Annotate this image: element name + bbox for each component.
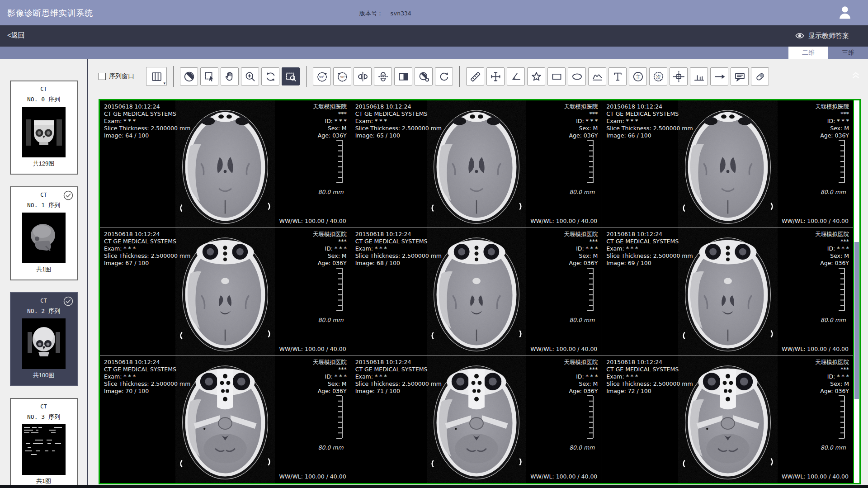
rotate-90-ccw-button[interactable]: 90° — [313, 67, 331, 85]
overlay-sex: Sex: M — [815, 380, 849, 388]
scale-block: 80.0 mm — [569, 268, 594, 323]
tab-3d[interactable]: 三维 — [828, 47, 868, 59]
profile-button[interactable] — [690, 67, 708, 85]
show-teacher-answer-button[interactable]: 显示教师答案 — [795, 31, 849, 41]
overlay-age: Age: 036Y — [815, 132, 849, 139]
scale-ruler — [838, 268, 846, 311]
collapse-toolbar-icon[interactable] — [850, 69, 862, 82]
cross-button[interactable] — [486, 67, 505, 85]
series-card-0[interactable]: CTNO. 0 序列共129图 — [10, 81, 78, 175]
overlay-wwwl: WW/WL: 100.00 / 40.00 — [782, 218, 849, 224]
rotate-3d-button[interactable] — [261, 67, 279, 85]
grid-scrollbar[interactable] — [853, 100, 859, 483]
overlay-image-number: Image: 70 / 100 — [104, 388, 190, 395]
series-card-2[interactable]: CTNO. 2 序列共100图 — [10, 292, 78, 386]
window-level-button[interactable] — [180, 67, 198, 85]
overlay-top-left: 20150618 10:12:24 CT GE MEDICAL SYSTEMS … — [104, 231, 190, 267]
rectangle-button[interactable] — [547, 67, 566, 85]
version-info: 版本号： svn334 — [359, 9, 411, 18]
overlay-exam: Exam: * * * — [606, 373, 693, 380]
grid-scrollbar-thumb[interactable] — [854, 242, 859, 399]
overlay-stars: *** — [815, 366, 849, 373]
viewport-cell-0[interactable]: 20150618 10:12:24 CT GE MEDICAL SYSTEMS … — [100, 100, 351, 227]
overlay-exam: Exam: * * * — [355, 118, 442, 125]
flip-horizontal-button[interactable] — [354, 67, 372, 85]
overlay-top-right: 天堰模拟医院 *** ID: * * * Sex: M Age: 036Y — [313, 231, 347, 267]
overlay-top-right: 天堰模拟医院 *** ID: * * * Sex: M Age: 036Y — [815, 359, 849, 395]
tab-2d[interactable]: 二维 — [788, 47, 828, 59]
back-button[interactable]: <返回 — [7, 31, 25, 40]
overlay-exam: Exam: * * * — [104, 373, 190, 380]
viewport-cell-4[interactable]: 20150618 10:12:24 CT GE MEDICAL SYSTEMS … — [351, 228, 602, 355]
overlay-device: CT GE MEDICAL SYSTEMS — [355, 110, 442, 118]
series-count: 共129图 — [11, 160, 77, 168]
select-icon — [203, 71, 216, 83]
viewport-cell-7[interactable]: 20150618 10:12:24 CT GE MEDICAL SYSTEMS … — [351, 356, 602, 483]
arrow-button[interactable] — [710, 67, 728, 85]
overlay-datetime: 20150618 10:12:24 — [104, 231, 190, 238]
overlay-top-right: 天堰模拟医院 *** ID: * * * Sex: M Age: 036Y — [313, 103, 347, 139]
overlay-thickness: Slice Thickness: 2.500000 mm — [606, 380, 693, 388]
text-button[interactable] — [609, 67, 627, 85]
viewport-cell-3[interactable]: 20150618 10:12:24 CT GE MEDICAL SYSTEMS … — [100, 228, 351, 355]
polygon-button[interactable] — [527, 67, 545, 85]
series-count: 共1图 — [11, 477, 77, 485]
overlay-thickness: Slice Thickness: 2.500000 mm — [104, 252, 190, 260]
roi-button[interactable] — [670, 67, 688, 85]
series-card-1[interactable]: CTNO. 1 序列共1图 — [10, 186, 78, 280]
series-thumbnail — [22, 107, 66, 157]
ruler-icon — [469, 71, 481, 83]
overlay-image-number: Image: 67 / 100 — [104, 260, 190, 267]
ruler-button[interactable] — [466, 67, 484, 85]
viewport-cell-6[interactable]: 20150618 10:12:24 CT GE MEDICAL SYSTEMS … — [100, 356, 351, 483]
overlay-stars: *** — [313, 110, 347, 118]
comment-button[interactable] — [731, 67, 749, 85]
user-avatar-icon[interactable] — [836, 4, 854, 21]
curve-button[interactable] — [588, 67, 606, 85]
zoom-region-button[interactable] — [282, 67, 300, 85]
invert-button[interactable] — [394, 67, 412, 85]
ellipse-button[interactable] — [568, 67, 586, 85]
select-button[interactable] — [200, 67, 218, 85]
viewport-cell-1[interactable]: 20150618 10:12:24 CT GE MEDICAL SYSTEMS … — [351, 100, 602, 227]
layout-columns-button[interactable]: ▾ — [146, 67, 167, 86]
overlay-stars: *** — [815, 238, 849, 245]
overlay-hospital: 天堰模拟医院 — [313, 103, 347, 110]
viewport-cell-2[interactable]: 20150618 10:12:24 CT GE MEDICAL SYSTEMS … — [602, 100, 853, 227]
viewport-cell-8[interactable]: 20150618 10:12:24 CT GE MEDICAL SYSTEMS … — [602, 356, 853, 483]
scale-block: 80.0 mm — [569, 140, 594, 195]
angle-button[interactable] — [507, 67, 525, 85]
version-value: svn334 — [390, 10, 411, 17]
flip-vertical-button[interactable] — [374, 67, 392, 85]
series-window-toggle[interactable]: 序列窗口 — [99, 72, 134, 81]
zoom-region-icon — [285, 71, 297, 83]
series-window-checkbox[interactable] — [99, 73, 106, 80]
bottom-bar — [0, 485, 868, 488]
main-window-button[interactable]: 主 — [629, 67, 647, 85]
overlay-device: CT GE MEDICAL SYSTEMS — [104, 238, 190, 245]
scale-ruler — [586, 268, 594, 311]
svg-text:次: 次 — [656, 74, 660, 79]
viewport-cell-5[interactable]: 20150618 10:12:24 CT GE MEDICAL SYSTEMS … — [602, 228, 853, 355]
scale-label: 80.0 mm — [821, 444, 846, 451]
eraser-button[interactable] — [751, 67, 769, 85]
pan-button[interactable] — [221, 67, 239, 85]
overlay-wwwl: WW/WL: 100.00 / 40.00 — [782, 346, 849, 352]
layout-columns-icon — [151, 71, 163, 83]
series-name: NO. 0 序列 — [11, 95, 77, 104]
sub-window-button[interactable]: 次 — [649, 67, 667, 85]
zoom-in-button[interactable] — [241, 67, 259, 85]
overlay-age: Age: 036Y — [564, 132, 598, 139]
overlay-thickness: Slice Thickness: 2.500000 mm — [606, 252, 693, 260]
window-preset-button[interactable] — [415, 67, 433, 85]
overlay-top-right: 天堰模拟医院 *** ID: * * * Sex: M Age: 036Y — [815, 231, 849, 267]
rotate-90-cw-button[interactable]: 90° — [333, 67, 351, 85]
reset-button[interactable] — [435, 67, 453, 85]
series-card-3[interactable]: CTNO. 3 序列共1图 — [10, 398, 78, 485]
toolbar-divider — [459, 66, 460, 87]
overlay-image-number: Image: 66 / 100 — [606, 132, 693, 139]
nav-bar: <返回 显示教师答案 — [0, 25, 868, 47]
check-circle-icon — [63, 296, 74, 307]
overlay-age: Age: 036Y — [815, 388, 849, 395]
overlay-sex: Sex: M — [313, 380, 347, 388]
